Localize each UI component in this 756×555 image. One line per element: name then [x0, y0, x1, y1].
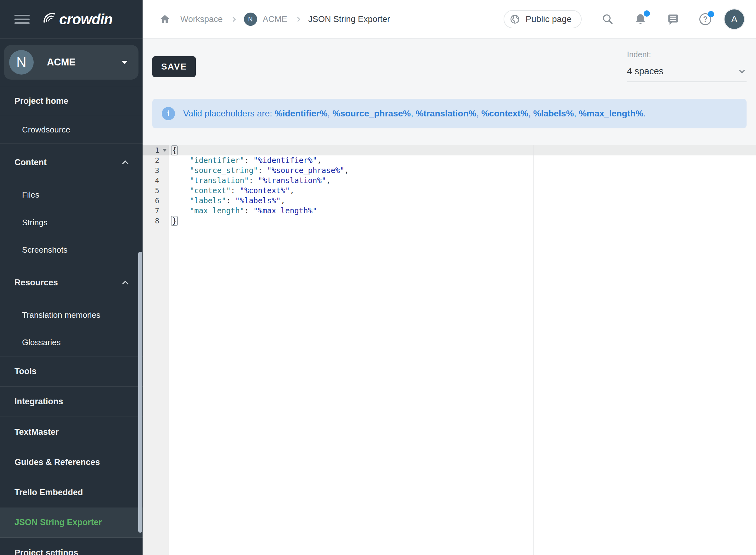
fold-toggle-icon[interactable]: [162, 149, 167, 152]
save-button[interactable]: SAVE: [152, 56, 196, 77]
json-value: "%labels%": [235, 196, 281, 205]
sidebar-item-label: Crowdsource: [22, 125, 70, 135]
sidebar-item-label: Translation memories: [22, 310, 100, 320]
sidebar-item-project-settings[interactable]: Project settings: [0, 538, 142, 555]
sidebar-item-label: Resources: [14, 278, 58, 288]
help-button[interactable]: ?: [699, 13, 711, 25]
main-column: WorkspaceNACMEJSON String Exporter Publi…: [142, 0, 756, 555]
json-key: "source_string": [190, 166, 258, 175]
sidebar-item-tools[interactable]: Tools: [0, 356, 142, 387]
indent-select[interactable]: 4 spaces: [627, 66, 747, 77]
sidebar-item-label: Strings: [22, 218, 47, 227]
sidebar-item-project-home[interactable]: Project home: [0, 86, 142, 116]
breadcrumb-label: Workspace: [180, 14, 223, 24]
sidebar-item-content[interactable]: Content: [0, 144, 142, 181]
globe-icon: [509, 13, 520, 25]
json-key: "max_length": [190, 206, 244, 215]
gutter-line-number-4: 4: [142, 176, 169, 186]
sidebar-item-label: Trello Embedded: [14, 488, 83, 498]
sidebar-item-resources[interactable]: Resources: [0, 264, 142, 301]
project-avatar: N: [244, 12, 257, 26]
code-line-1: {: [169, 145, 756, 156]
json-key: "translation": [190, 176, 249, 185]
json-punctuation: :: [249, 176, 258, 185]
breadcrumb-item-acme[interactable]: NACME: [244, 12, 287, 26]
json-punctuation: :: [258, 166, 267, 175]
chat-icon: [667, 12, 680, 26]
json-value: "%translation%": [258, 176, 326, 185]
org-avatar: N: [9, 50, 34, 75]
home-icon[interactable]: [159, 13, 171, 25]
org-name: ACME: [47, 57, 122, 68]
sidebar-item-label: Content: [14, 158, 47, 167]
crowdin-logo[interactable]: crowdin: [41, 11, 112, 28]
sidebar-logo-row: crowdin: [0, 0, 142, 39]
json-punctuation: ,: [281, 196, 285, 205]
json-key: "identifier": [190, 156, 244, 165]
breadcrumb-item-workspace[interactable]: Workspace: [180, 14, 223, 24]
sidebar-item-label: Glossaries: [22, 338, 61, 347]
page-content: SAVE Indent: 4 spaces i Valid placeholde…: [142, 39, 756, 555]
sidebar-item-guides-references[interactable]: Guides & References: [0, 447, 142, 477]
sidebar-item-label: Files: [22, 190, 39, 200]
search-button[interactable]: [601, 12, 614, 26]
public-page-button[interactable]: Public page: [504, 10, 582, 28]
sidebar-item-glossaries[interactable]: Glossaries: [0, 329, 142, 356]
json-punctuation: }: [171, 216, 178, 226]
sidebar-item-crowdsource[interactable]: Crowdsource: [0, 116, 142, 144]
sidebar-item-textmaster[interactable]: TextMaster: [0, 417, 142, 447]
sidebar-item-label: Screenshots: [22, 245, 68, 255]
sidebar-nav: Project homeCrowdsourceContentFilesStrin…: [0, 86, 142, 555]
gutter-line-number-6: 6: [142, 196, 169, 206]
gutter-line-number-7: 7: [142, 206, 169, 216]
user-avatar[interactable]: A: [724, 9, 744, 29]
messages-button[interactable]: [667, 12, 680, 26]
sidebar-item-trello-embedded[interactable]: Trello Embedded: [0, 477, 142, 508]
json-punctuation: :: [244, 206, 253, 215]
editor-gutter: 12345678: [142, 145, 169, 555]
json-punctuation: [172, 186, 190, 195]
notifications-button[interactable]: [634, 12, 647, 26]
sidebar-scrollbar[interactable]: [138, 252, 142, 533]
json-punctuation: [172, 196, 190, 205]
gutter-line-number-8: 8: [142, 216, 169, 226]
notification-badge: [644, 10, 650, 17]
json-punctuation: :: [231, 186, 240, 195]
chevron-up-icon: [122, 281, 128, 287]
sidebar: crowdin N ACME Project homeCrowdsourceCo…: [0, 0, 142, 555]
gutter-line-number-1: 1: [142, 145, 169, 156]
json-value: "%identifier%": [253, 156, 317, 165]
breadcrumb-label: ACME: [263, 14, 287, 24]
hamburger-menu-icon[interactable]: [14, 15, 30, 24]
json-punctuation: :: [244, 156, 253, 165]
org-selector[interactable]: N ACME: [4, 45, 138, 80]
editor-code-area[interactable]: { "identifier": "%identifier%", "source_…: [169, 145, 756, 555]
json-punctuation: ,: [317, 156, 321, 165]
indent-value: 4 spaces: [627, 66, 664, 77]
json-key: "labels": [190, 196, 226, 205]
search-icon: [601, 12, 614, 26]
topbar: WorkspaceNACMEJSON String Exporter Publi…: [142, 0, 756, 39]
json-punctuation: ,: [290, 186, 294, 195]
code-line-4: "translation": "%translation%",: [169, 176, 756, 186]
info-icon: i: [162, 107, 175, 120]
sidebar-item-strings[interactable]: Strings: [0, 209, 142, 236]
sidebar-item-label: Project home: [14, 96, 68, 106]
code-line-3: "source_string": "%source_phrase%",: [169, 166, 756, 176]
banner-text: Valid placeholders are: %identifier%, %s…: [183, 109, 646, 119]
caret-down-icon: [122, 61, 128, 64]
sidebar-item-label: Project settings: [14, 548, 78, 555]
sidebar-item-json-string-exporter[interactable]: JSON String Exporter: [0, 508, 142, 538]
sidebar-item-screenshots[interactable]: Screenshots: [0, 236, 142, 264]
breadcrumb-chevron-icon: [231, 17, 236, 22]
json-punctuation: {: [171, 145, 178, 156]
json-punctuation: [172, 206, 190, 215]
sidebar-item-files[interactable]: Files: [0, 181, 142, 209]
help-badge: [708, 11, 714, 17]
code-editor: 12345678 { "identifier": "%identifier%",…: [142, 145, 756, 555]
sidebar-item-integrations[interactable]: Integrations: [0, 387, 142, 417]
sidebar-item-translation-memories[interactable]: Translation memories: [0, 301, 142, 329]
json-key: "context": [190, 186, 231, 195]
json-value: "%source_phrase%": [267, 166, 344, 175]
gutter-line-number-2: 2: [142, 156, 169, 166]
